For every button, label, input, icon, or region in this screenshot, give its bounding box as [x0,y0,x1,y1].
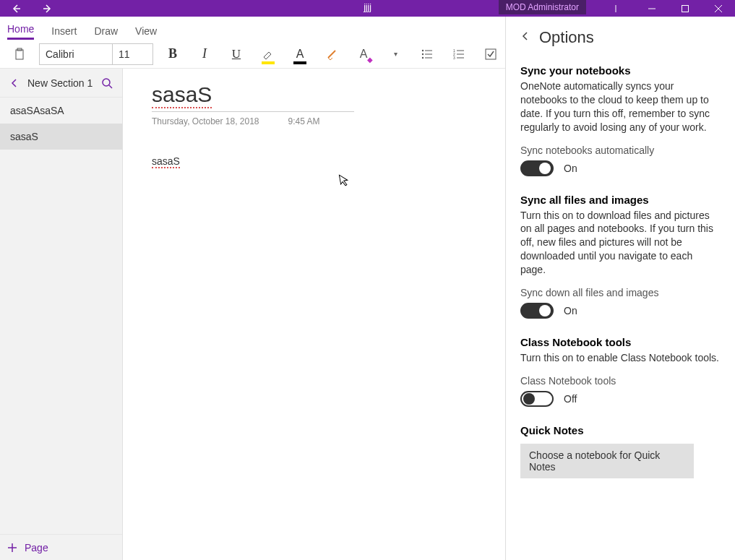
sync-notebooks-toggle-label: Sync notebooks automatically [520,145,721,156]
font-color-button[interactable]: A [288,42,312,66]
svg-rect-21 [486,49,496,59]
page-item[interactable]: asaSAsaSA [0,98,122,124]
note-title[interactable]: sasaS [152,79,212,108]
quick-notes-heading: Quick Notes [520,424,721,436]
options-back-button[interactable] [520,31,530,44]
italic-button[interactable]: I [192,42,217,66]
svg-rect-4 [682,5,689,12]
class-notebook-toggle-state: Off [564,393,577,405]
note-title-row: sasaS [152,79,470,108]
clear-formatting-button[interactable] [319,42,344,66]
bullet-list-button[interactable] [415,42,439,66]
minimize-button[interactable] [635,0,669,17]
tab-draw[interactable]: Draw [94,22,118,40]
maximize-button[interactable] [669,0,702,17]
section-name[interactable]: New Section 1 [23,77,98,89]
font-name-input[interactable] [39,43,113,65]
class-notebook-toggle-row: Off [520,391,721,407]
user-badge[interactable]: MOD Administrator [499,0,586,14]
note-container: sasaS Thursday, October 18, 2018 9:45 AM… [152,79,470,168]
clipboard-icon[interactable] [7,42,32,66]
note-date: Thursday, October 18, 2018 [152,116,259,126]
sync-notebooks-toggle-row: On [520,160,721,176]
options-panel: Options Sync your notebooks OneNote auto… [505,17,735,560]
note-body-text: sasaS [152,155,180,168]
svg-text:3: 3 [453,56,455,60]
search-icon[interactable] [98,77,116,89]
sync-files-toggle-label: Sync down all files and images [520,287,721,298]
svg-point-13 [422,56,424,58]
close-button[interactable] [702,0,735,17]
font-group [39,43,153,65]
svg-point-9 [422,49,424,51]
tab-insert[interactable]: Insert [51,22,77,40]
page-item[interactable]: sasaS [0,124,122,150]
sync-notebooks-toggle[interactable] [520,160,554,176]
highlight-button[interactable] [256,42,280,66]
class-notebook-text: Turn this on to enable Class Notebook to… [520,351,721,365]
sync-files-toggle[interactable] [520,303,554,319]
add-page-label: Page [25,542,48,553]
sync-files-text: Turn this on to download files and pictu… [520,209,721,277]
svg-rect-7 [16,50,23,59]
note-meta: Thursday, October 18, 2018 9:45 AM [152,116,470,126]
titlebar-nav [0,0,64,17]
window-controls [599,0,735,17]
class-notebook-toggle-label: Class Notebook tools [520,375,721,387]
back-button[interactable] [0,0,32,17]
options-header: Options [520,28,721,47]
styles-button[interactable]: A◆ [351,42,376,66]
app-title: jjjj [364,2,371,12]
sync-files-heading: Sync all files and images [520,194,721,206]
numbered-list-button[interactable]: 123 [447,42,471,66]
section-back-button[interactable] [6,78,23,88]
sync-notebooks-heading: Sync your notebooks [520,64,721,77]
font-size-input[interactable] [113,43,153,65]
options-title: Options [539,28,594,47]
bold-button[interactable]: B [160,42,185,66]
note-body[interactable]: sasaS [152,155,470,168]
styles-dropdown-button[interactable]: ▾ [383,42,408,66]
class-notebook-heading: Class Notebook tools [520,336,721,348]
svg-point-11 [422,53,424,54]
page-list-panel: New Section 1 asaSAsaSA sasaS Page [0,69,123,560]
sync-notebooks-toggle-state: On [564,163,577,174]
quick-notes-choose-button[interactable]: Choose a notebook for Quick Notes [520,444,694,478]
class-notebook-toggle[interactable] [520,391,554,407]
svg-point-22 [103,79,110,86]
sync-indicator-icon[interactable] [599,0,632,17]
forward-button[interactable] [32,0,64,17]
sync-files-toggle-state: On [564,305,577,316]
tab-home[interactable]: Home [7,20,34,40]
page-list-header: New Section 1 [0,69,122,98]
svg-line-23 [109,85,112,88]
title-divider [152,111,354,112]
add-page-button[interactable]: Page [0,534,122,560]
cursor-icon [338,173,351,190]
titlebar: jjjj MOD Administrator [0,0,735,17]
underline-button[interactable]: U [224,42,249,66]
sync-notebooks-text: OneNote automatically syncs your noteboo… [520,79,721,134]
sync-files-toggle-row: On [520,303,721,319]
note-time: 9:45 AM [288,116,320,126]
tab-view[interactable]: View [135,22,157,40]
plus-icon [7,543,17,553]
todo-checkbox-button[interactable] [478,42,503,66]
